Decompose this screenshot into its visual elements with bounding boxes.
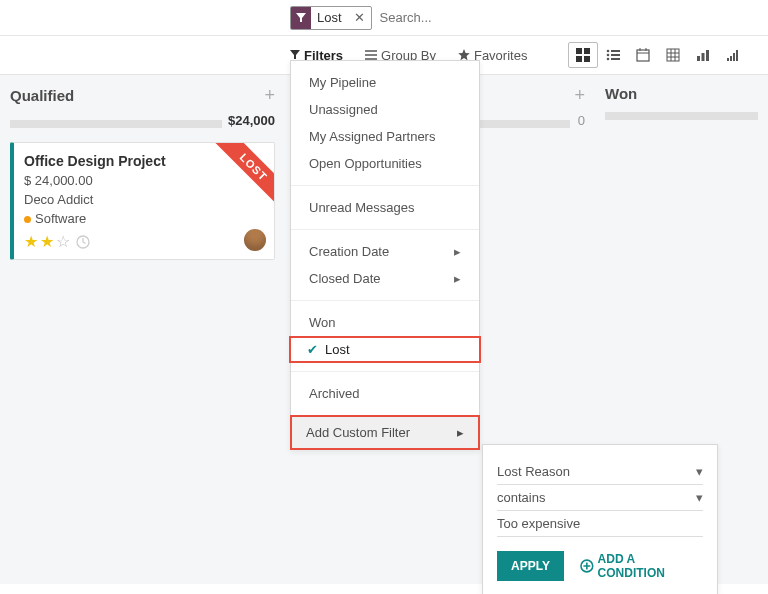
search-input[interactable]: [380, 10, 580, 25]
filter-operator-select[interactable]: contains ▾: [497, 485, 703, 511]
filter-value-input[interactable]: Too expensive: [497, 511, 703, 537]
caret-down-icon: ▾: [696, 464, 703, 479]
stage-add-icon[interactable]: +: [264, 85, 275, 106]
star-icon: ★: [24, 232, 38, 251]
svg-rect-22: [727, 58, 729, 61]
filter-value-text: Too expensive: [497, 516, 580, 531]
chevron-right-icon: ▸: [457, 425, 464, 440]
graph-view-icon[interactable]: [688, 42, 718, 68]
active-filter-tag[interactable]: Lost ✕: [290, 6, 372, 30]
svg-rect-2: [576, 56, 582, 62]
svg-rect-9: [611, 58, 620, 60]
star-icon: ☆: [56, 232, 70, 251]
priority-stars[interactable]: ★ ★ ☆: [24, 232, 264, 251]
stage-sum: 0: [578, 113, 585, 128]
card-customer: Deco Addict: [24, 192, 264, 207]
stage-bar: [10, 120, 222, 128]
filter-operator-value: contains: [497, 490, 545, 505]
list-view-icon[interactable]: [598, 42, 628, 68]
add-custom-filter-label: Add Custom Filter: [306, 425, 410, 440]
svg-point-6: [607, 54, 610, 57]
filter-option[interactable]: Won: [291, 309, 479, 336]
filter-field-value: Lost Reason: [497, 464, 570, 479]
svg-rect-0: [576, 48, 582, 54]
svg-rect-20: [702, 53, 705, 61]
filters-dropdown: My PipelineUnassignedMy Assigned Partner…: [290, 60, 480, 450]
apply-button[interactable]: APPLY: [497, 551, 564, 581]
view-switcher: [568, 42, 748, 68]
filter-option[interactable]: Creation Date▸: [291, 238, 479, 265]
custom-filter-panel: Lost Reason ▾ contains ▾ Too expensive A…: [482, 444, 718, 594]
svg-rect-1: [584, 48, 590, 54]
svg-rect-21: [706, 50, 709, 61]
filter-option[interactable]: Unread Messages: [291, 194, 479, 221]
card-amount: $ 24,000.00: [24, 173, 264, 188]
funnel-icon: [290, 50, 300, 60]
stage-title: Won: [605, 85, 637, 102]
filter-option[interactable]: ✔Lost: [289, 336, 481, 363]
stage-add-icon[interactable]: +: [574, 85, 585, 106]
add-custom-filter[interactable]: Add Custom Filter ▸: [290, 415, 480, 450]
filter-option[interactable]: My Pipeline: [291, 69, 479, 96]
kanban-view-icon[interactable]: [568, 42, 598, 68]
svg-rect-3: [584, 56, 590, 62]
calendar-view-icon[interactable]: [628, 42, 658, 68]
filter-option[interactable]: Closed Date▸: [291, 265, 479, 292]
list-icon: [365, 50, 377, 60]
svg-point-4: [607, 50, 610, 53]
svg-rect-23: [730, 56, 732, 61]
svg-rect-25: [736, 50, 738, 61]
funnel-icon: [291, 7, 311, 29]
svg-rect-10: [637, 50, 649, 61]
clock-icon: [76, 235, 90, 249]
svg-rect-24: [733, 53, 735, 61]
svg-rect-14: [667, 49, 679, 61]
stage-title: Qualified: [10, 87, 74, 104]
cohort-view-icon[interactable]: [718, 42, 748, 68]
svg-rect-19: [697, 56, 700, 61]
svg-point-8: [607, 58, 610, 61]
filter-tag-remove-icon[interactable]: ✕: [348, 10, 371, 25]
svg-rect-5: [611, 50, 620, 52]
caret-down-icon: ▾: [696, 490, 703, 505]
filter-option[interactable]: My Assigned Partners: [291, 123, 479, 150]
stage-bar: [605, 112, 758, 120]
star-icon: ★: [40, 232, 54, 251]
favorites-label: Favorites: [474, 48, 527, 63]
avatar[interactable]: [244, 229, 266, 251]
card-tag: Software: [35, 211, 86, 226]
svg-rect-7: [611, 54, 620, 56]
add-condition-label: ADD A CONDITION: [598, 552, 703, 580]
pivot-view-icon[interactable]: [658, 42, 688, 68]
filter-option[interactable]: Archived: [291, 380, 479, 407]
filter-field-select[interactable]: Lost Reason ▾: [497, 459, 703, 485]
filter-option[interactable]: Open Opportunities: [291, 150, 479, 177]
stage-sum: $24,000: [228, 113, 275, 128]
chevron-right-icon: ▸: [454, 244, 461, 259]
filter-option[interactable]: Unassigned: [291, 96, 479, 123]
add-condition-button[interactable]: ADD A CONDITION: [580, 552, 703, 580]
plus-circle-icon: [580, 559, 594, 573]
opportunity-card[interactable]: LOST Office Design Project $ 24,000.00 D…: [10, 142, 275, 260]
tag-dot-icon: [24, 216, 31, 223]
chevron-right-icon: ▸: [454, 271, 461, 286]
filter-tag-label: Lost: [311, 10, 348, 25]
